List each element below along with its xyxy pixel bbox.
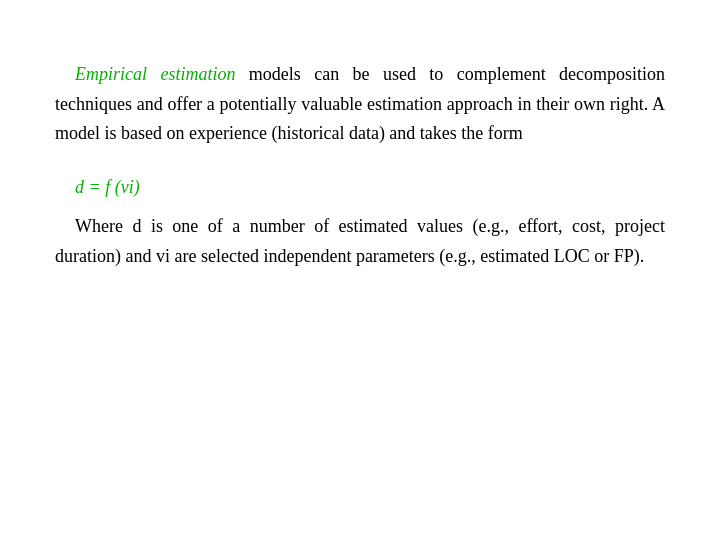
paragraph-intro: Empirical estimation models can be used … <box>55 60 665 149</box>
paragraph-where: Where d is one of a number of estimated … <box>55 212 665 271</box>
where-word: Where <box>75 216 123 236</box>
paragraph2-rest: d is one of a number of estimated values… <box>55 216 665 266</box>
formula-text: d = f (vi) <box>75 177 140 197</box>
formula-display: d = f (vi) <box>75 173 665 202</box>
estimation-label: estimation <box>160 64 235 84</box>
main-content: Empirical estimation models can be used … <box>0 0 720 540</box>
empirical-label: Empirical <box>75 64 147 84</box>
space-between <box>147 64 160 84</box>
